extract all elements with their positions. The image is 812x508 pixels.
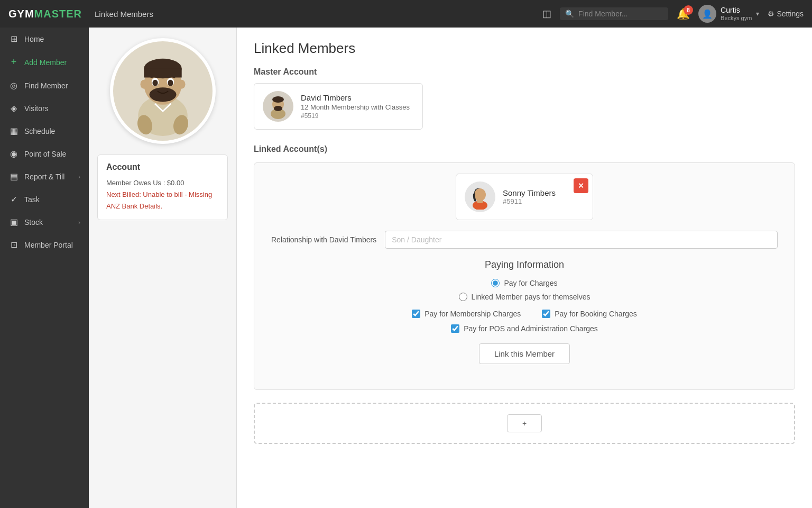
user-gym: Beckys gym [721, 15, 752, 22]
add-icon: + [8, 57, 19, 68]
linked-member-card-wrap: Sonny Timbers #5911 ✕ [265, 174, 784, 220]
linked-panel: Sonny Timbers #5911 ✕ Relationship with … [254, 162, 795, 390]
avatar: 👤 [698, 5, 716, 23]
radio-pay-charges[interactable] [491, 279, 500, 287]
account-card: Account Member Owes Us : $0.00 Next Bill… [97, 155, 228, 220]
sidebar-label-member-portal: Member Portal [24, 241, 80, 249]
member-owes-text: Member Owes Us : $0.00 [106, 177, 219, 189]
sidebar: ⊞ Home + Add Member ◎ Find Member ◈ Visi… [0, 28, 89, 508]
sidebar-item-point-of-sale[interactable]: ◉ Point of Sale [0, 142, 89, 165]
user-menu[interactable]: 👤 Curtis Beckys gym ▾ [698, 5, 759, 23]
master-avatar [263, 91, 293, 122]
svg-rect-4 [144, 69, 181, 78]
checkbox-membership[interactable] [412, 310, 420, 318]
settings-link[interactable]: ⚙ Settings [768, 10, 804, 18]
sidebar-item-schedule[interactable]: ▦ Schedule [0, 120, 89, 142]
chevron-right-icon: › [78, 174, 80, 180]
member-avatar-image [118, 46, 208, 136]
home-icon: ⊞ [8, 34, 19, 44]
sidebar-label-home: Home [24, 35, 80, 43]
add-more-button[interactable]: + [507, 414, 542, 432]
master-member-card: David Timbers 12 Month Membership with C… [254, 83, 423, 130]
svg-point-11 [149, 87, 176, 102]
svg-point-6 [178, 80, 185, 89]
billing-warning-text: Next Billed: Unable to bill - Missing AN… [106, 189, 219, 212]
svg-point-21 [474, 188, 486, 201]
linked-member-id: #5911 [503, 197, 556, 205]
bell-button[interactable]: 🔔 8 [677, 7, 690, 20]
checkbox-membership-label: Pay for Membership Charges [425, 310, 521, 318]
linked-section-title: Linked Account(s) [254, 144, 795, 154]
notification-badge: 8 [684, 5, 693, 15]
gear-icon: ⚙ [768, 10, 774, 18]
main-content: Linked Members Master Account David Timb… [237, 28, 812, 508]
checkbox-pos-row: Pay for POS and Administration Charges [451, 324, 598, 333]
relationship-row: Relationship with David Timbers [265, 231, 784, 259]
sidebar-item-stock[interactable]: ▣ Stock › [0, 211, 89, 233]
checkbox-booking-label: Pay for Booking Charges [555, 310, 637, 318]
linked-member-avatar [465, 182, 495, 212]
sidebar-item-task[interactable]: ✓ Task [0, 188, 89, 211]
stock-icon: ▣ [8, 217, 19, 227]
sidebar-item-find-member[interactable]: ◎ Find Member [0, 74, 89, 97]
sidebar-item-visitors[interactable]: ◈ Visitors [0, 97, 89, 120]
master-section-title: Master Account [254, 67, 795, 77]
nav-title: Linked Members [95, 10, 542, 19]
logo-gym: GYM [8, 8, 34, 20]
schedule-icon: ▦ [8, 126, 19, 136]
settings-label: Settings [777, 10, 804, 18]
paying-section: Paying Information Pay for Charges Linke… [265, 259, 784, 379]
svg-point-9 [152, 80, 158, 86]
radio-pay-themselves-row: Linked Member pays for themselves [271, 293, 778, 301]
sidebar-label-add-member: Add Member [24, 58, 80, 67]
qr-code-button[interactable]: ◫ [542, 8, 551, 20]
sidebar-label-visitors: Visitors [24, 104, 80, 113]
sidebar-label-stock: Stock [24, 218, 73, 226]
pos-icon: ◉ [8, 149, 19, 159]
checkbox-booking[interactable] [542, 310, 550, 318]
sidebar-label-find-member: Find Member [24, 81, 80, 90]
app-logo: GYMMASTER [8, 8, 82, 20]
portal-icon: ⊡ [8, 240, 19, 250]
checkbox-booking-row: Pay for Booking Charges [542, 310, 637, 318]
search-member-icon: ◎ [8, 80, 19, 90]
master-member-id: #5519 [301, 112, 410, 120]
radio-pay-charges-label: Pay for Charges [504, 279, 557, 287]
sidebar-label-pos: Point of Sale [24, 150, 80, 158]
radio-pay-charges-row: Pay for Charges [271, 279, 778, 287]
user-name: Curtis [721, 6, 752, 15]
link-member-button[interactable]: Link this Member [479, 343, 570, 364]
top-navigation: GYMMASTER Linked Members ◫ 🔍 🔔 8 👤 Curti… [0, 0, 812, 28]
master-member-name: David Timbers [301, 93, 410, 102]
svg-point-5 [140, 80, 147, 89]
remove-linked-member-button[interactable]: ✕ [574, 178, 588, 193]
linked-accounts-section: Linked Account(s) [254, 144, 795, 444]
page-title: Linked Members [254, 40, 795, 57]
nav-icons: ◫ 🔍 🔔 8 👤 Curtis Beckys gym ▾ ⚙ Settings [542, 5, 804, 23]
paying-title: Paying Information [271, 259, 778, 270]
member-avatar-container [110, 38, 216, 144]
search-input[interactable] [578, 10, 663, 18]
search-bar: 🔍 [560, 7, 668, 20]
chevron-down-icon: ▾ [756, 10, 759, 17]
member-panel: Account Member Owes Us : $0.00 Next Bill… [89, 28, 237, 508]
sidebar-item-home[interactable]: ⊞ Home [0, 28, 89, 50]
linked-member-name: Sonny Timbers [503, 188, 556, 197]
sidebar-item-report-till[interactable]: ▤ Report & Till › [0, 165, 89, 188]
sidebar-item-member-portal[interactable]: ⊡ Member Portal [0, 233, 89, 256]
relationship-input[interactable] [385, 231, 778, 249]
add-linked-area: + [254, 403, 795, 444]
linked-member-avatar-icon [467, 184, 493, 210]
account-card-title: Account [106, 162, 219, 172]
link-btn-wrap: Link this Member [271, 343, 778, 368]
checkboxes-row-top: Pay for Membership Charges Pay for Booki… [271, 310, 778, 318]
chevron-right-stock-icon: › [78, 219, 80, 225]
sidebar-item-add-member[interactable]: + Add Member [0, 50, 89, 74]
radio-pay-themselves[interactable] [459, 293, 467, 301]
svg-point-17 [272, 96, 284, 103]
visitors-icon: ◈ [8, 103, 19, 113]
checkbox-membership-row: Pay for Membership Charges [412, 310, 521, 318]
checkbox-pos[interactable] [451, 324, 459, 333]
checkboxes-row-bottom: Pay for POS and Administration Charges [271, 324, 778, 333]
radio-pay-themselves-label: Linked Member pays for themselves [472, 293, 590, 301]
